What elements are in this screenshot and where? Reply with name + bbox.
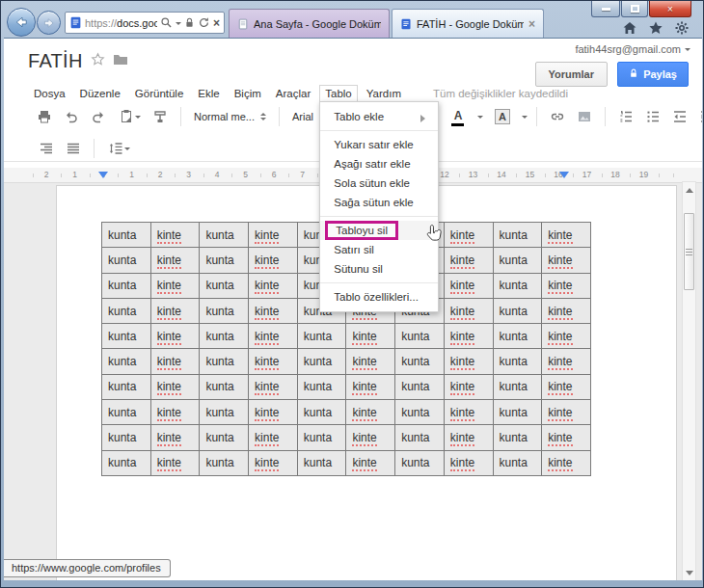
text-color-button[interactable]: A xyxy=(443,105,474,128)
table-cell[interactable]: kinte xyxy=(346,374,395,399)
menu-g-r-nt-le[interactable]: Görüntüle xyxy=(129,85,190,102)
table-cell[interactable]: kunta xyxy=(297,400,346,425)
table-cell[interactable]: kinte xyxy=(542,223,591,248)
paint-format-button[interactable] xyxy=(114,105,145,128)
address-bar[interactable]: https://docs.goo... × xyxy=(65,12,225,34)
table-cell[interactable]: kunta xyxy=(493,298,542,323)
table-cell[interactable]: kunta xyxy=(297,374,346,399)
table-cell[interactable]: kunta xyxy=(102,248,151,273)
table-cell[interactable]: kunta xyxy=(493,450,542,475)
folder-icon[interactable] xyxy=(113,53,128,70)
bulleted-list-button[interactable] xyxy=(641,105,664,128)
table-cell[interactable]: kunta xyxy=(493,273,542,298)
table-cell[interactable]: kinte xyxy=(346,425,395,450)
table-cell[interactable]: kunta xyxy=(493,324,542,349)
format-roller-button[interactable] xyxy=(149,105,172,128)
table-cell[interactable]: kinte xyxy=(444,324,493,349)
table-cell[interactable]: kunta xyxy=(297,324,346,349)
table-cell[interactable]: kunta xyxy=(200,248,249,273)
scrollbar-up-button[interactable] xyxy=(683,183,695,196)
menu-item-tablo-zellikleri[interactable]: Tablo özellikleri... xyxy=(320,287,438,307)
menu-d-zenle[interactable]: Düzenle xyxy=(74,85,126,102)
table-cell[interactable]: kinte xyxy=(444,273,493,298)
numbered-list-button[interactable] xyxy=(614,105,637,128)
table-cell[interactable]: kinte xyxy=(346,349,395,374)
table-cell[interactable]: kinte xyxy=(346,450,395,475)
table-cell[interactable]: kinte xyxy=(150,425,200,450)
table-cell[interactable]: kinte xyxy=(249,298,298,323)
table-cell[interactable]: kinte xyxy=(150,400,200,425)
font-dropdown[interactable]: Arial xyxy=(288,105,317,128)
back-button[interactable] xyxy=(7,8,36,37)
maximize-button[interactable] xyxy=(621,1,648,17)
table-cell[interactable]: kunta xyxy=(200,324,249,349)
table-cell[interactable]: kunta xyxy=(102,324,151,349)
table-cell[interactable]: kunta xyxy=(395,400,445,425)
share-button[interactable]: Paylaş xyxy=(617,62,689,87)
menu-tablo[interactable]: TabloTablo ekleYukarı satır ekleAşağı sa… xyxy=(319,85,358,102)
menu-yard-m[interactable]: Yardım xyxy=(361,85,407,102)
table-cell[interactable]: kinte xyxy=(249,223,298,248)
address-dropdown-icon[interactable] xyxy=(176,22,181,28)
table-cell[interactable]: kunta xyxy=(493,223,542,248)
table-cell[interactable]: kunta xyxy=(395,324,445,349)
table-cell[interactable]: kunta xyxy=(493,349,542,374)
table-cell[interactable]: kunta xyxy=(493,400,542,425)
table-cell[interactable]: kinte xyxy=(444,400,493,425)
table-cell[interactable]: kinte xyxy=(150,374,200,399)
table-cell[interactable]: kinte xyxy=(150,298,200,323)
table-cell[interactable]: kinte xyxy=(150,349,200,374)
table-cell[interactable]: kinte xyxy=(150,223,200,248)
indent-marker-icon[interactable] xyxy=(559,172,569,183)
highlight-color-button[interactable]: A xyxy=(487,105,518,128)
forward-button[interactable] xyxy=(37,11,61,35)
menu-bi-im[interactable]: Biçim xyxy=(229,85,267,102)
table-cell[interactable]: kunta xyxy=(297,349,346,374)
tab-fati-h-google-dok-manlar[interactable]: FATİH - Google Dokümanlar× xyxy=(392,9,544,38)
text-color-dropdown-icon[interactable] xyxy=(477,116,483,121)
table-cell[interactable]: kinte xyxy=(249,425,298,450)
justify-button[interactable] xyxy=(62,137,85,160)
table-cell[interactable]: kinte xyxy=(346,324,395,349)
menu-item-sat-r-sil[interactable]: Satırı sil xyxy=(320,240,438,259)
home-icon[interactable] xyxy=(622,20,637,36)
scrollbar-down-button[interactable] xyxy=(683,567,695,579)
insert-image-button[interactable] xyxy=(573,105,596,128)
table-cell[interactable]: kinte xyxy=(542,248,591,273)
table-cell[interactable]: kinte xyxy=(444,374,493,399)
increase-indent-button[interactable] xyxy=(695,105,702,128)
table-cell[interactable]: kunta xyxy=(102,349,151,374)
table-cell[interactable]: kinte xyxy=(249,450,298,475)
table-cell[interactable]: kunta xyxy=(102,400,151,425)
table-cell[interactable]: kunta xyxy=(200,450,249,475)
menu-item-yukar-sat-r-ekle[interactable]: Yukarı satır ekle xyxy=(320,135,438,154)
scrollbar-thumb[interactable] xyxy=(684,213,694,290)
decrease-indent-button[interactable] xyxy=(668,105,691,128)
table-cell[interactable]: kinte xyxy=(249,324,298,349)
table-cell[interactable]: kinte xyxy=(444,450,493,475)
tab-ana-sayfa-google-dok-manlar[interactable]: Ana Sayfa - Google Dokümanlar xyxy=(229,9,390,38)
table-cell[interactable]: kunta xyxy=(102,425,151,450)
table-cell[interactable]: kunta xyxy=(200,425,249,450)
table-cell[interactable]: kinte xyxy=(346,400,395,425)
table-cell[interactable]: kunta xyxy=(102,450,151,475)
table-cell[interactable]: kinte xyxy=(150,248,200,273)
table-cell[interactable]: kinte xyxy=(249,273,298,298)
favorites-star-icon[interactable] xyxy=(648,20,663,36)
table-cell[interactable]: kunta xyxy=(200,298,249,323)
table-cell[interactable]: kunta xyxy=(102,298,151,323)
table-cell[interactable]: kunta xyxy=(493,248,542,273)
table-cell[interactable]: kunta xyxy=(200,223,249,248)
star-document-icon[interactable] xyxy=(91,52,105,70)
line-spacing-button[interactable] xyxy=(103,137,134,160)
menu-item-sola-s-tun-ekle[interactable]: Sola sütun ekle xyxy=(320,174,438,193)
table-cell[interactable]: kunta xyxy=(297,450,346,475)
table-cell[interactable]: kinte xyxy=(444,298,493,323)
table-cell[interactable]: kunta xyxy=(102,223,151,248)
insert-link-button[interactable] xyxy=(546,105,569,128)
stop-icon[interactable]: × xyxy=(213,17,220,29)
table-cell[interactable]: kunta xyxy=(200,400,249,425)
document-title[interactable]: FATİH xyxy=(28,50,83,72)
table-cell[interactable]: kunta xyxy=(102,273,151,298)
tab-close-icon[interactable]: × xyxy=(528,18,535,30)
